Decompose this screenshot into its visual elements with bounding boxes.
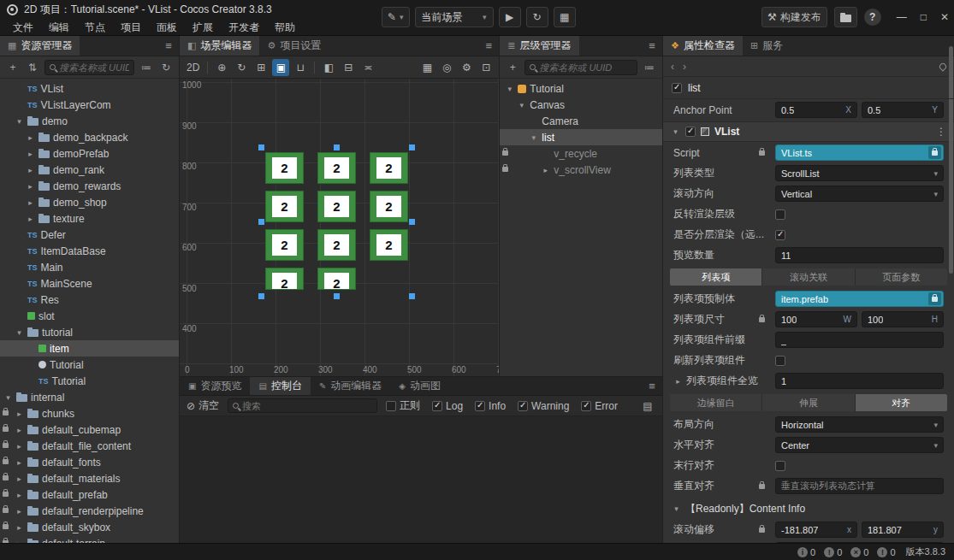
asset-item[interactable]: ▾tutorial	[0, 324, 179, 340]
filter-checkbox[interactable]	[581, 401, 591, 411]
hierarchy-node[interactable]: ▾Canvas	[500, 97, 662, 113]
readonly-content-info-header[interactable]: ▾ 【Readonly】Content Info	[663, 498, 954, 519]
info-count[interactable]: !0	[824, 547, 842, 557]
add-asset-button[interactable]: +	[5, 60, 21, 75]
filter-checkbox[interactable]	[475, 401, 485, 411]
hierarchy-searchbox[interactable]	[524, 60, 637, 75]
selection-handle[interactable]	[409, 144, 415, 150]
anchor-x-field[interactable]: 0.5X	[775, 102, 857, 118]
forward-icon[interactable]: ›	[683, 61, 686, 73]
scene-item[interactable]: 2	[265, 152, 304, 184]
scene-item[interactable]: 2	[370, 152, 408, 184]
rotate-tool-icon[interactable]: ↻	[233, 59, 250, 76]
tab-inspector[interactable]: ❖属性检查器	[663, 36, 743, 56]
asset-item[interactable]: ▸default_skybox	[0, 519, 179, 535]
notice-count[interactable]: !0	[877, 547, 895, 557]
scene-item[interactable]: 2	[317, 152, 356, 184]
selection-handle[interactable]	[258, 293, 264, 299]
filter-checkbox[interactable]	[386, 401, 396, 411]
selection-handle[interactable]	[409, 219, 415, 225]
camera-view-icon[interactable]: ◎	[438, 59, 455, 76]
layered-render-checkbox[interactable]	[775, 230, 785, 240]
hierarchy-menu-icon[interactable]: ≡	[642, 36, 662, 56]
selection-handle[interactable]	[334, 293, 340, 299]
asset-item[interactable]: ▸demo_shop	[0, 194, 179, 210]
chevron-right-icon[interactable]: ▸	[15, 539, 24, 544]
preview-browser-button[interactable]: ✎▾	[382, 7, 410, 27]
hierarchy-node[interactable]: Camera	[500, 113, 662, 129]
console-filter[interactable]: Warning	[518, 400, 569, 412]
align-group-tab[interactable]: 对齐	[856, 394, 947, 411]
component-menu-icon[interactable]: ⋮	[936, 126, 946, 138]
component-enabled-checkbox[interactable]	[685, 127, 696, 137]
selection-handle[interactable]	[258, 144, 264, 150]
asset-item[interactable]: ▸default_cubemap	[0, 421, 179, 438]
filter-assets-icon[interactable]: ≔	[139, 60, 154, 75]
close-button[interactable]: ✕	[940, 11, 949, 23]
h-align-select[interactable]: Center▾	[775, 437, 944, 453]
layout-button[interactable]: ▦	[554, 7, 576, 27]
selection-handle[interactable]	[409, 293, 415, 299]
script-field[interactable]: VList.ts	[775, 144, 944, 161]
inspector-scrollbar[interactable]	[948, 77, 953, 543]
scene-item[interactable]: 2	[370, 229, 408, 261]
chevron-right-icon[interactable]: ▸	[15, 475, 24, 483]
list-group-tab[interactable]: 页面参数	[856, 268, 947, 286]
last-row-align-checkbox[interactable]	[775, 461, 785, 471]
item-height-field[interactable]: 100H	[862, 311, 944, 327]
asset-item[interactable]: ▸chunks	[0, 405, 179, 421]
grid-toggle-icon[interactable]: ▦	[418, 59, 436, 76]
tab-hierarchy[interactable]: ≣层级管理器	[500, 36, 578, 56]
clear-console-button[interactable]: ⊘清空	[187, 398, 219, 413]
comp-overview-field[interactable]: 1	[775, 373, 944, 389]
minimize-button[interactable]: —	[897, 11, 907, 23]
gizmo-settings-icon[interactable]: ⊟	[340, 59, 357, 76]
menu-item[interactable]: 文件	[5, 21, 41, 35]
asset-item[interactable]: TSItemDataBase	[0, 243, 179, 259]
scene-gear-icon[interactable]: ⚙	[458, 59, 475, 76]
chevron-right-icon[interactable]: ▸	[673, 377, 683, 386]
chevron-right-icon[interactable]: ▸	[26, 215, 35, 223]
filter-nodes-icon[interactable]: ≔	[642, 60, 657, 75]
console-searchbox[interactable]	[228, 398, 377, 413]
hierarchy-node[interactable]: ▾list	[500, 129, 662, 145]
align-group-tab[interactable]: 伸展	[762, 394, 855, 411]
tab-assets[interactable]: ▦资源管理器	[0, 36, 80, 56]
asset-item[interactable]: item	[0, 340, 179, 357]
menu-item[interactable]: 编辑	[41, 21, 77, 35]
align-group-tab[interactable]: 边缘留白	[670, 394, 762, 411]
asset-item[interactable]: TSRes	[0, 292, 179, 308]
refresh-assets-button[interactable]: ↻	[158, 60, 174, 75]
vlist-component-header[interactable]: ▾ VList ⋮	[663, 121, 954, 142]
rect-tool-icon[interactable]: ▣	[272, 59, 289, 76]
tab-project-settings[interactable]: ⚙项目设置	[259, 36, 329, 56]
chevron-right-icon[interactable]: ▸	[15, 491, 24, 499]
scene-item[interactable]: 2	[265, 229, 304, 261]
build-publish-button[interactable]: ⚒构建发布	[761, 7, 827, 27]
scene-item[interactable]: 2	[370, 191, 408, 222]
node-enabled-checkbox[interactable]	[672, 83, 682, 93]
scale-tool-icon[interactable]: ⊞	[252, 59, 270, 76]
hierarchy-node[interactable]: ▾Tutorial	[500, 80, 662, 97]
item-width-field[interactable]: 100W	[775, 311, 857, 327]
asset-item[interactable]: ▸default-terrain	[0, 535, 179, 543]
console-filter[interactable]: Error	[581, 400, 618, 412]
hierarchy-node[interactable]: v_recycle	[500, 145, 662, 162]
asset-item[interactable]: ▾internal	[0, 389, 179, 405]
asset-item[interactable]: TSVListLayerCom	[0, 97, 179, 113]
asset-item[interactable]: ▸demoPrefab	[0, 145, 179, 162]
menu-item[interactable]: 节点	[77, 21, 113, 35]
play-button[interactable]: ▶	[499, 7, 521, 27]
scene-item[interactable]: 2	[317, 268, 356, 290]
slider-settings-icon[interactable]: ≍	[359, 59, 376, 76]
chevron-down-icon[interactable]: ▾	[3, 393, 13, 402]
back-icon[interactable]: ‹	[671, 61, 674, 73]
asset-item[interactable]: ▸texture	[0, 210, 179, 227]
chevron-right-icon[interactable]: ▸	[15, 507, 24, 516]
refresh-comp-checkbox[interactable]	[775, 356, 785, 366]
chevron-right-icon[interactable]: ▸	[541, 166, 550, 174]
chevron-down-icon[interactable]: ▾	[15, 117, 24, 126]
selection-handle[interactable]	[258, 219, 264, 225]
anchor-y-field[interactable]: 0.5Y	[862, 102, 944, 118]
chevron-down-icon[interactable]: ▾	[517, 101, 526, 109]
